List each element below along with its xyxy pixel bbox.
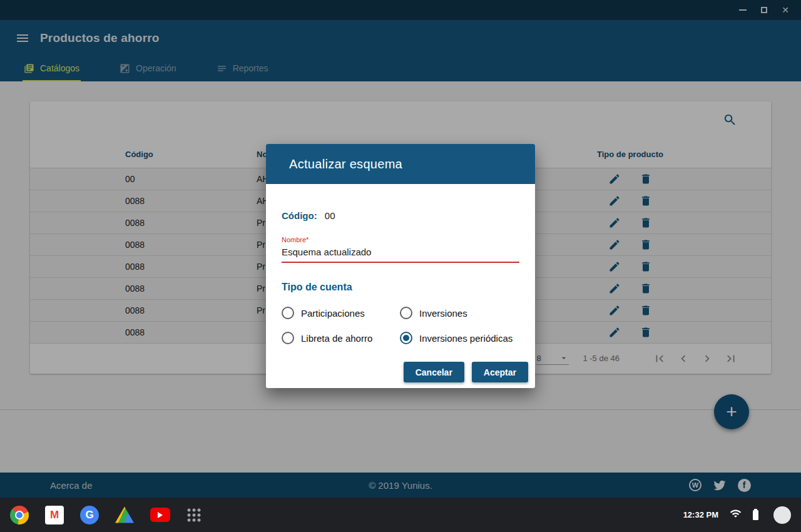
- radio-icon: [400, 332, 412, 344]
- radio-libreta-de-ahorro[interactable]: Libreta de ahorro: [282, 332, 400, 344]
- radio-participaciones[interactable]: Participaciones: [282, 307, 400, 319]
- radio-label: Participaciones: [301, 308, 365, 319]
- modal-header: Actualizar esquema: [266, 144, 535, 184]
- shelf: M G 12:32 PM: [0, 498, 801, 532]
- nombre-input[interactable]: Esquema actualizado: [282, 247, 519, 263]
- avatar[interactable]: [773, 506, 791, 524]
- codigo-value: 00: [325, 210, 335, 221]
- chrome-icon[interactable]: [10, 506, 29, 524]
- drive-icon[interactable]: [115, 507, 134, 523]
- cancel-button[interactable]: Cancelar: [404, 362, 464, 382]
- modal-actualizar-esquema: Actualizar esquema Código: 00 Nombre* Es…: [266, 144, 535, 388]
- radio-icon: [282, 307, 294, 319]
- youtube-icon[interactable]: [150, 508, 170, 522]
- radio-icon: [400, 307, 412, 319]
- radio-label: Inversiones: [419, 308, 467, 319]
- radio-inversiones-periodicas[interactable]: Inversiones periódicas: [400, 332, 519, 344]
- modal-title: Actualizar esquema: [289, 157, 402, 171]
- screen: ✕ Productos de ahorro Catálogos Operació…: [0, 0, 801, 532]
- radio-label: Libreta de ahorro: [301, 333, 372, 344]
- clock: 12:32 PM: [683, 510, 718, 519]
- codigo-label: Código:: [282, 210, 317, 221]
- radio-label: Inversiones periódicas: [419, 333, 513, 344]
- radio-icon: [282, 332, 294, 344]
- nombre-label: Nombre*: [282, 236, 519, 243]
- google-icon[interactable]: G: [80, 506, 99, 524]
- app-launcher-icon[interactable]: [186, 508, 202, 523]
- radio-inversiones[interactable]: Inversiones: [400, 307, 519, 319]
- wifi-icon: [730, 508, 742, 522]
- system-tray[interactable]: 12:32 PM: [683, 506, 791, 524]
- battery-icon: [753, 510, 758, 520]
- nombre-field: Nombre* Esquema actualizado: [282, 236, 519, 263]
- tipo-cuenta-options: Participaciones Inversiones Libreta de a…: [282, 307, 519, 344]
- tipo-cuenta-heading: Tipo de cuenta: [282, 282, 519, 293]
- gmail-icon[interactable]: M: [45, 506, 64, 524]
- accept-button[interactable]: Aceptar: [472, 362, 528, 382]
